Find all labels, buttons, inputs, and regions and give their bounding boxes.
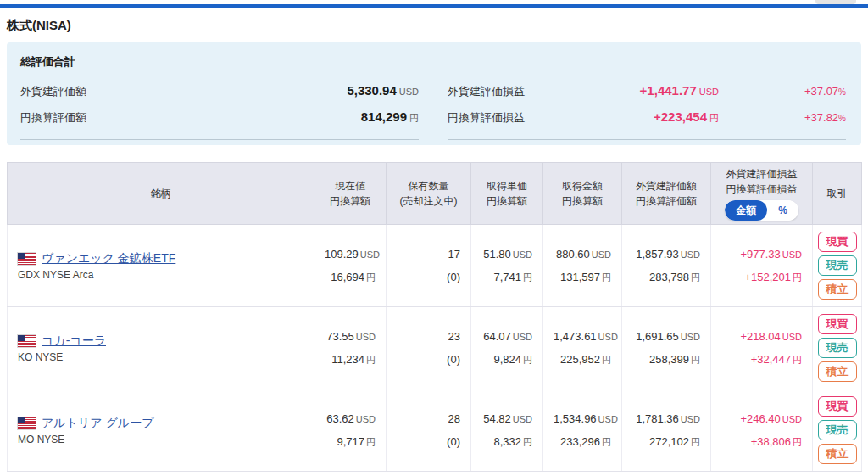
unit-cost-cell: 54.82USD8,332円 <box>471 389 543 472</box>
cash-buy-button[interactable]: 現買 <box>818 396 857 417</box>
total-cost-cell: 1,534.96USD233,296円 <box>543 389 622 472</box>
stock-ticker: KO NYSE <box>18 351 303 363</box>
pl-cell: +977.33USD+152,201円 <box>711 225 813 307</box>
cash-buy-button[interactable]: 現買 <box>818 232 857 252</box>
yen-value-amount: 814,299円 <box>361 109 419 125</box>
holdings-table: 銘柄 現在値円換算額 保有数量(売却注文中) 取得単価円換算額 取得金額円換算額… <box>7 162 862 472</box>
scroll-top-nub <box>815 0 856 4</box>
foreign-value-amount: 5,330.94USD <box>347 83 419 98</box>
quantity-cell: 28(0) <box>387 389 471 472</box>
toggle-percent-button[interactable]: % <box>767 200 798 221</box>
us-flag-icon <box>18 335 36 347</box>
foreign-pl-amount: +1,441.77USD <box>592 83 719 98</box>
pl-cell: +246.40USD+38,806円 <box>711 389 813 472</box>
total-cost-cell: 1,473.61USD225,952円 <box>543 307 622 389</box>
accumulate-button[interactable]: 積立 <box>818 279 857 300</box>
stock-cell: ヴァンエック 金鉱株ETF GDX NYSE Arca <box>8 225 314 307</box>
foreign-pl-label: 外貨建評価損益 <box>448 84 592 99</box>
valuation-cell: 1,691.65USD258,399円 <box>622 307 711 389</box>
us-flag-icon <box>18 253 36 265</box>
yen-pl-row: 円換算評価損益 +223,454円 +37.82% <box>448 104 846 131</box>
pl-cell: +218.04USD+32,447円 <box>711 307 813 389</box>
table-header-row: 銘柄 現在値円換算額 保有数量(売却注文中) 取得単価円換算額 取得金額円換算額… <box>8 163 862 225</box>
summary-right-column: 外貨建評価損益 +1,441.77USD +37.07% 円換算評価損益 +22… <box>448 78 846 140</box>
col-header-pl: 外貨建評価損益円換算評価損益 金額% <box>711 163 813 225</box>
price-cell: 109.29USD16,694円 <box>314 225 387 307</box>
foreign-pl-row: 外貨建評価損益 +1,441.77USD +37.07% <box>448 78 846 104</box>
accumulate-button[interactable]: 積立 <box>818 361 857 382</box>
col-header-name: 銘柄 <box>8 163 314 225</box>
price-cell: 73.55USD11,234円 <box>314 307 387 389</box>
table-row: コカ-コーラ KO NYSE 73.55USD11,234円 23(0) 64.… <box>8 307 862 389</box>
col-header-total-cost: 取得金額円換算額 <box>543 163 622 225</box>
cash-sell-button[interactable]: 現売 <box>818 255 857 276</box>
toggle-amount-button[interactable]: 金額 <box>725 200 767 221</box>
summary-left-column: 外貨建評価額 5,330.94USD 円換算評価額 814,299円 <box>20 78 419 140</box>
foreign-value-row: 外貨建評価額 5,330.94USD <box>20 78 419 104</box>
cash-sell-button[interactable]: 現売 <box>818 420 857 440</box>
total-cost-cell: 880.60USD131,597円 <box>543 225 622 307</box>
yen-value-row: 円換算評価額 814,299円 <box>20 104 419 131</box>
total-valuation-panel: 総評価合計 外貨建評価額 5,330.94USD 円換算評価額 814,299円… <box>7 42 861 145</box>
summary-title: 総評価合計 <box>20 54 846 70</box>
accumulate-button[interactable]: 積立 <box>818 444 857 464</box>
col-header-price: 現在値円換算額 <box>314 163 387 225</box>
page-title: 株式(NISA) <box>7 18 860 34</box>
valuation-cell: 1,781.36USD272,102円 <box>622 389 711 472</box>
cash-sell-button[interactable]: 現売 <box>818 338 857 358</box>
table-row: アルトリア グループ MO NYSE 63.62USD9,717円 28(0) … <box>8 389 862 472</box>
col-header-valuation: 外貨建評価額円換算評価額 <box>622 163 711 225</box>
table-row: ヴァンエック 金鉱株ETF GDX NYSE Arca 109.29USD16,… <box>8 225 862 307</box>
stock-name-link[interactable]: アルトリア グループ <box>42 416 154 431</box>
yen-pl-amount: +223,454円 <box>592 109 719 125</box>
unit-cost-cell: 64.07USD9,824円 <box>471 307 543 389</box>
cash-buy-button[interactable]: 現買 <box>818 314 857 334</box>
stock-name-link[interactable]: ヴァンエック 金鉱株ETF <box>42 251 175 266</box>
top-divider-line <box>0 4 868 8</box>
trade-cell: 現買 現売 積立 <box>813 389 862 472</box>
price-cell: 63.62USD9,717円 <box>314 389 387 472</box>
trade-cell: 現買 現売 積立 <box>813 307 862 389</box>
stock-ticker: MO NYSE <box>18 434 303 445</box>
foreign-value-label: 外貨建評価額 <box>20 84 86 99</box>
quantity-cell: 23(0) <box>387 307 471 389</box>
col-header-trade: 取引 <box>813 163 862 225</box>
stock-cell: コカ-コーラ KO NYSE <box>8 307 314 389</box>
trade-cell: 現買 現売 積立 <box>813 225 862 307</box>
unit-cost-cell: 51.80USD7,741円 <box>471 225 543 307</box>
pl-display-toggle: 金額% <box>725 200 798 221</box>
valuation-cell: 1,857.93USD283,798円 <box>622 225 711 307</box>
quantity-cell: 17(0) <box>387 225 471 307</box>
yen-value-label: 円換算評価額 <box>20 110 86 126</box>
col-header-unit-cost: 取得単価円換算額 <box>471 163 543 225</box>
foreign-pl-percent: +37.07% <box>719 85 846 98</box>
yen-pl-label: 円換算評価損益 <box>448 110 592 126</box>
col-header-quantity: 保有数量(売却注文中) <box>387 163 471 225</box>
us-flag-icon <box>18 417 36 429</box>
stock-name-link[interactable]: コカ-コーラ <box>42 333 106 349</box>
yen-pl-percent: +37.82% <box>719 111 846 124</box>
stock-cell: アルトリア グループ MO NYSE <box>8 389 314 472</box>
stock-ticker: GDX NYSE Arca <box>18 269 303 281</box>
